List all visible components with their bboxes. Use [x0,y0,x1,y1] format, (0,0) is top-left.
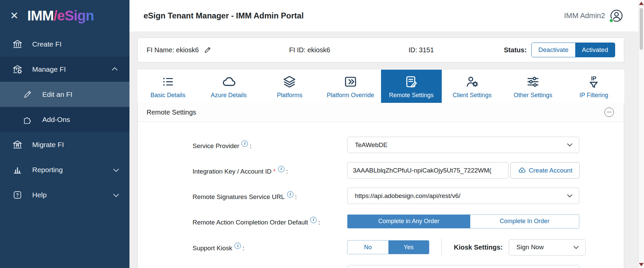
info-icon[interactable] [287,191,293,198]
sidebar-item-edit-an-fi[interactable]: Edit an FI [0,82,129,107]
create-account-button[interactable]: Create Account [511,162,580,179]
completion-order-row: Remote Action Completion Order Default :… [193,213,624,229]
integration-key-input[interactable] [347,162,508,179]
tab-label: Platforms [277,92,302,99]
user-name: IMM Admin2 [564,11,605,20]
vertical-scrollbar[interactable] [638,0,644,268]
label-colon: : [250,142,251,150]
close-icon[interactable]: ✕ [10,11,18,21]
service-provider-select[interactable]: TeAWebDE [347,137,579,153]
label-colon: : [318,219,320,226]
option-complete-in-order[interactable]: Complete In Order [470,215,579,228]
support-kiosk-toggle: No Yes [347,240,429,254]
tab-ip-filtering[interactable]: IP IP Filtering [564,70,624,103]
tab-bar: Basic Details Azure Details [138,70,624,103]
tab-platform-override[interactable]: Platform Override [320,70,381,103]
record-id-text: ID: 3151 [409,46,504,54]
sidebar-item-reporting[interactable]: Reporting [0,157,129,182]
content-area: FI Name: ekiosk6 FI ID: ekiosk6 ID: 3151… [129,31,644,268]
chevron-down-icon [567,141,573,147]
sidebar-item-manage-fi[interactable]: Manage FI [0,57,129,82]
logo-esign-text: /eSign [54,8,94,23]
user-menu[interactable]: IMM Admin2 [564,9,623,22]
logo-imm-text: IMM [27,8,54,23]
list-icon [161,74,175,89]
sidebar-item-label: Edit an FI [42,90,72,98]
vertical-divider [441,239,442,256]
scroll-up-arrow-icon[interactable] [639,2,644,5]
page-title: eSign Tenant Manager - IMM Admin Portal [144,11,304,20]
tab-client-settings[interactable]: Client Settings [442,70,502,103]
info-icon[interactable] [241,140,248,147]
fi-name-text: FI Name: ekiosk6 [147,46,199,54]
arrow-box-icon [343,74,358,89]
option-yes[interactable]: Yes [388,241,429,254]
bank-gear-icon [11,64,23,75]
info-icon[interactable] [234,243,241,249]
remote-settings-section: Remote Settings Service Provider : [138,103,624,268]
sidebar-item-add-ons[interactable]: Add-Ons [0,107,129,132]
label-colon: : [295,193,297,201]
fi-name: FI Name: ekiosk6 [147,46,289,54]
tab-label: Azure Details [211,92,247,99]
service-provider-label: Service Provider : [193,140,347,150]
label-text: Support Kiosk [193,245,232,252]
support-kiosk-label: Support Kiosk : [193,243,347,252]
tab-label: Other Settings [514,92,552,99]
tab-other-settings[interactable]: Other Settings [502,70,563,103]
sidebar-header: ✕ IMM/eSign [0,0,129,31]
top-header: eSign Tenant Manager - IMM Admin Portal … [129,0,644,31]
user-avatar-icon[interactable] [610,9,623,22]
activated-button[interactable]: Activated [575,43,615,57]
remote-url-select[interactable]: https://api.adobesign.com/api/rest/v6/ [347,188,579,204]
sidebar-item-help[interactable]: ? Help [0,182,129,207]
info-icon[interactable] [310,217,317,223]
bar-chart-icon [11,165,23,175]
sidebar-item-label: Migrate FI [32,141,64,149]
remote-settings-form: Service Provider : TeAWebDE [138,122,624,268]
label-text: Integration Key / Account ID [193,168,272,175]
online-status-dot [609,18,613,23]
selected-value: TeAWebDE [355,141,387,149]
selected-value: Sign Now [517,244,544,251]
chevron-down-icon [113,191,119,197]
sidebar-item-create-fi[interactable]: Create FI [0,31,129,57]
svg-text:IP: IP [591,75,596,81]
info-icon[interactable] [278,166,284,172]
option-complete-any-order[interactable]: Complete in Any Order [347,215,470,228]
document-edit-icon [404,74,418,89]
tab-basic-details[interactable]: Basic Details [138,70,198,103]
integration-key-row: Integration Key / Account ID * : [193,162,624,179]
layers-icon [282,74,297,89]
edit-fi-name-icon[interactable] [204,46,211,54]
sidebar-item-label: Add-Ons [42,116,70,124]
user-gear-icon [465,74,479,89]
sidebar-item-migrate-fi[interactable]: Migrate FI [0,132,129,157]
section-header: Remote Settings [138,103,624,122]
tab-remote-settings[interactable]: Remote Settings [381,70,442,103]
collapse-section-icon[interactable] [604,108,614,117]
fi-id-text: FI ID: ekiosk6 [289,46,409,54]
scroll-down-arrow-icon[interactable] [639,263,644,266]
next-field-input-partial[interactable] [347,265,579,268]
scrollbar-thumb[interactable] [640,8,643,50]
selected-value: https://api.adobesign.com/api/rest/v6/ [355,192,461,200]
kiosk-settings-select[interactable]: Sign Now [509,239,586,256]
tab-label: IP Filtering [579,92,608,99]
fi-info-bar: FI Name: ekiosk6 FI ID: ekiosk6 ID: 3151… [138,38,624,62]
deactivate-button[interactable]: Deactivate [532,43,575,57]
completion-order-label: Remote Action Completion Order Default : [193,217,347,226]
tab-platforms[interactable]: Platforms [259,70,320,103]
option-no[interactable]: No [347,241,388,254]
button-label: Create Account [529,167,573,174]
integration-key-label: Integration Key / Account ID * : [193,166,347,175]
kiosk-settings-label: Kiosk Settings: [454,244,503,251]
puzzle-icon [21,115,34,124]
label-text: Service Provider [193,142,239,150]
label-colon: : [243,245,244,252]
tab-label: Basic Details [151,92,185,99]
tab-azure-details[interactable]: Azure Details [198,70,259,103]
main-area: eSign Tenant Manager - IMM Admin Portal … [129,0,644,268]
label-text: Remote Signatures Service URL [193,193,285,201]
ip-filter-icon: IP [587,74,601,89]
